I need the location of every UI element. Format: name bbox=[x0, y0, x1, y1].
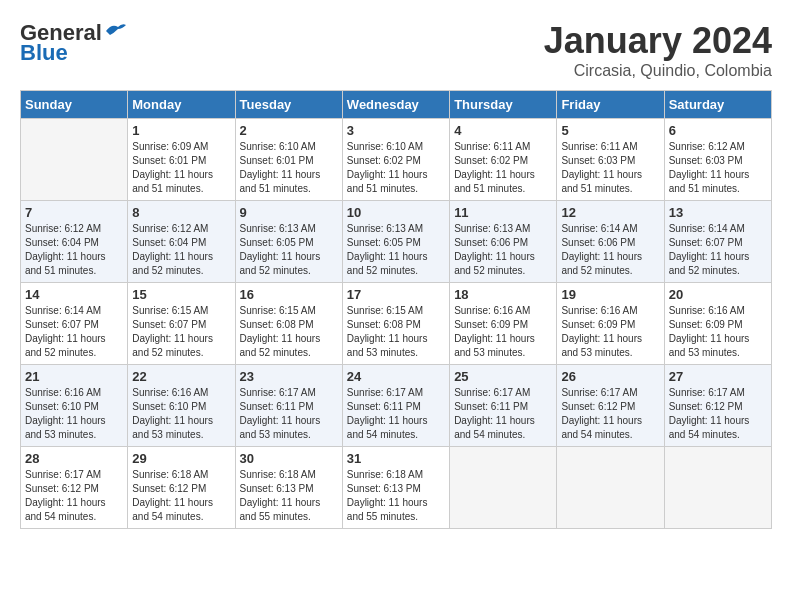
calendar-day-cell: 31Sunrise: 6:18 AMSunset: 6:13 PMDayligh… bbox=[342, 447, 449, 529]
day-info: Sunrise: 6:17 AMSunset: 6:12 PMDaylight:… bbox=[669, 386, 767, 442]
day-number: 31 bbox=[347, 451, 445, 466]
calendar-day-cell: 29Sunrise: 6:18 AMSunset: 6:12 PMDayligh… bbox=[128, 447, 235, 529]
calendar-day-cell: 4Sunrise: 6:11 AMSunset: 6:02 PMDaylight… bbox=[450, 119, 557, 201]
day-number: 7 bbox=[25, 205, 123, 220]
day-info: Sunrise: 6:15 AMSunset: 6:07 PMDaylight:… bbox=[132, 304, 230, 360]
day-number: 24 bbox=[347, 369, 445, 384]
logo: General Blue bbox=[20, 20, 128, 66]
day-number: 4 bbox=[454, 123, 552, 138]
day-number: 5 bbox=[561, 123, 659, 138]
day-number: 13 bbox=[669, 205, 767, 220]
calendar-day-cell: 3Sunrise: 6:10 AMSunset: 6:02 PMDaylight… bbox=[342, 119, 449, 201]
day-info: Sunrise: 6:17 AMSunset: 6:12 PMDaylight:… bbox=[561, 386, 659, 442]
calendar-week-row: 28Sunrise: 6:17 AMSunset: 6:12 PMDayligh… bbox=[21, 447, 772, 529]
calendar-week-row: 1Sunrise: 6:09 AMSunset: 6:01 PMDaylight… bbox=[21, 119, 772, 201]
calendar-day-cell: 8Sunrise: 6:12 AMSunset: 6:04 PMDaylight… bbox=[128, 201, 235, 283]
calendar-day-cell: 23Sunrise: 6:17 AMSunset: 6:11 PMDayligh… bbox=[235, 365, 342, 447]
calendar-day-cell: 15Sunrise: 6:15 AMSunset: 6:07 PMDayligh… bbox=[128, 283, 235, 365]
day-number: 17 bbox=[347, 287, 445, 302]
day-info: Sunrise: 6:12 AMSunset: 6:04 PMDaylight:… bbox=[132, 222, 230, 278]
day-number: 14 bbox=[25, 287, 123, 302]
day-info: Sunrise: 6:16 AMSunset: 6:09 PMDaylight:… bbox=[561, 304, 659, 360]
calendar-day-cell: 19Sunrise: 6:16 AMSunset: 6:09 PMDayligh… bbox=[557, 283, 664, 365]
calendar-day-cell: 25Sunrise: 6:17 AMSunset: 6:11 PMDayligh… bbox=[450, 365, 557, 447]
day-number: 10 bbox=[347, 205, 445, 220]
day-info: Sunrise: 6:17 AMSunset: 6:11 PMDaylight:… bbox=[240, 386, 338, 442]
location-subtitle: Circasia, Quindio, Colombia bbox=[544, 62, 772, 80]
weekday-header-sunday: Sunday bbox=[21, 91, 128, 119]
day-info: Sunrise: 6:18 AMSunset: 6:13 PMDaylight:… bbox=[240, 468, 338, 524]
calendar-day-cell: 12Sunrise: 6:14 AMSunset: 6:06 PMDayligh… bbox=[557, 201, 664, 283]
weekday-header-wednesday: Wednesday bbox=[342, 91, 449, 119]
day-number: 21 bbox=[25, 369, 123, 384]
calendar-day-cell: 21Sunrise: 6:16 AMSunset: 6:10 PMDayligh… bbox=[21, 365, 128, 447]
calendar-day-cell bbox=[557, 447, 664, 529]
calendar-week-row: 14Sunrise: 6:14 AMSunset: 6:07 PMDayligh… bbox=[21, 283, 772, 365]
day-info: Sunrise: 6:18 AMSunset: 6:13 PMDaylight:… bbox=[347, 468, 445, 524]
day-info: Sunrise: 6:13 AMSunset: 6:05 PMDaylight:… bbox=[240, 222, 338, 278]
calendar-day-cell: 7Sunrise: 6:12 AMSunset: 6:04 PMDaylight… bbox=[21, 201, 128, 283]
day-number: 26 bbox=[561, 369, 659, 384]
day-info: Sunrise: 6:12 AMSunset: 6:03 PMDaylight:… bbox=[669, 140, 767, 196]
day-number: 30 bbox=[240, 451, 338, 466]
calendar-day-cell: 6Sunrise: 6:12 AMSunset: 6:03 PMDaylight… bbox=[664, 119, 771, 201]
calendar-day-cell: 17Sunrise: 6:15 AMSunset: 6:08 PMDayligh… bbox=[342, 283, 449, 365]
weekday-header-thursday: Thursday bbox=[450, 91, 557, 119]
day-info: Sunrise: 6:10 AMSunset: 6:02 PMDaylight:… bbox=[347, 140, 445, 196]
calendar-week-row: 21Sunrise: 6:16 AMSunset: 6:10 PMDayligh… bbox=[21, 365, 772, 447]
day-info: Sunrise: 6:16 AMSunset: 6:10 PMDaylight:… bbox=[132, 386, 230, 442]
day-info: Sunrise: 6:16 AMSunset: 6:10 PMDaylight:… bbox=[25, 386, 123, 442]
calendar-day-cell: 9Sunrise: 6:13 AMSunset: 6:05 PMDaylight… bbox=[235, 201, 342, 283]
calendar-day-cell bbox=[450, 447, 557, 529]
day-info: Sunrise: 6:15 AMSunset: 6:08 PMDaylight:… bbox=[240, 304, 338, 360]
page-header: General Blue January 2024 Circasia, Quin… bbox=[20, 20, 772, 80]
calendar-day-cell: 26Sunrise: 6:17 AMSunset: 6:12 PMDayligh… bbox=[557, 365, 664, 447]
calendar-table: SundayMondayTuesdayWednesdayThursdayFrid… bbox=[20, 90, 772, 529]
day-number: 27 bbox=[669, 369, 767, 384]
calendar-day-cell: 22Sunrise: 6:16 AMSunset: 6:10 PMDayligh… bbox=[128, 365, 235, 447]
day-info: Sunrise: 6:09 AMSunset: 6:01 PMDaylight:… bbox=[132, 140, 230, 196]
day-number: 2 bbox=[240, 123, 338, 138]
day-info: Sunrise: 6:14 AMSunset: 6:06 PMDaylight:… bbox=[561, 222, 659, 278]
month-title: January 2024 bbox=[544, 20, 772, 62]
day-number: 20 bbox=[669, 287, 767, 302]
calendar-day-cell: 11Sunrise: 6:13 AMSunset: 6:06 PMDayligh… bbox=[450, 201, 557, 283]
day-number: 28 bbox=[25, 451, 123, 466]
calendar-day-cell: 28Sunrise: 6:17 AMSunset: 6:12 PMDayligh… bbox=[21, 447, 128, 529]
calendar-day-cell bbox=[21, 119, 128, 201]
day-info: Sunrise: 6:11 AMSunset: 6:03 PMDaylight:… bbox=[561, 140, 659, 196]
day-info: Sunrise: 6:13 AMSunset: 6:06 PMDaylight:… bbox=[454, 222, 552, 278]
weekday-header-saturday: Saturday bbox=[664, 91, 771, 119]
day-info: Sunrise: 6:16 AMSunset: 6:09 PMDaylight:… bbox=[454, 304, 552, 360]
day-number: 23 bbox=[240, 369, 338, 384]
logo-blue: Blue bbox=[20, 40, 68, 66]
calendar-day-cell: 27Sunrise: 6:17 AMSunset: 6:12 PMDayligh… bbox=[664, 365, 771, 447]
weekday-header-friday: Friday bbox=[557, 91, 664, 119]
day-number: 9 bbox=[240, 205, 338, 220]
day-info: Sunrise: 6:16 AMSunset: 6:09 PMDaylight:… bbox=[669, 304, 767, 360]
day-number: 15 bbox=[132, 287, 230, 302]
day-number: 29 bbox=[132, 451, 230, 466]
day-number: 25 bbox=[454, 369, 552, 384]
weekday-header-row: SundayMondayTuesdayWednesdayThursdayFrid… bbox=[21, 91, 772, 119]
calendar-week-row: 7Sunrise: 6:12 AMSunset: 6:04 PMDaylight… bbox=[21, 201, 772, 283]
day-number: 18 bbox=[454, 287, 552, 302]
day-number: 12 bbox=[561, 205, 659, 220]
calendar-day-cell: 14Sunrise: 6:14 AMSunset: 6:07 PMDayligh… bbox=[21, 283, 128, 365]
day-number: 6 bbox=[669, 123, 767, 138]
day-number: 8 bbox=[132, 205, 230, 220]
day-number: 1 bbox=[132, 123, 230, 138]
day-info: Sunrise: 6:12 AMSunset: 6:04 PMDaylight:… bbox=[25, 222, 123, 278]
day-info: Sunrise: 6:11 AMSunset: 6:02 PMDaylight:… bbox=[454, 140, 552, 196]
day-info: Sunrise: 6:15 AMSunset: 6:08 PMDaylight:… bbox=[347, 304, 445, 360]
day-number: 11 bbox=[454, 205, 552, 220]
day-info: Sunrise: 6:17 AMSunset: 6:11 PMDaylight:… bbox=[347, 386, 445, 442]
day-info: Sunrise: 6:17 AMSunset: 6:11 PMDaylight:… bbox=[454, 386, 552, 442]
day-number: 16 bbox=[240, 287, 338, 302]
weekday-header-monday: Monday bbox=[128, 91, 235, 119]
day-info: Sunrise: 6:18 AMSunset: 6:12 PMDaylight:… bbox=[132, 468, 230, 524]
calendar-day-cell: 2Sunrise: 6:10 AMSunset: 6:01 PMDaylight… bbox=[235, 119, 342, 201]
calendar-day-cell bbox=[664, 447, 771, 529]
calendar-day-cell: 13Sunrise: 6:14 AMSunset: 6:07 PMDayligh… bbox=[664, 201, 771, 283]
day-info: Sunrise: 6:13 AMSunset: 6:05 PMDaylight:… bbox=[347, 222, 445, 278]
